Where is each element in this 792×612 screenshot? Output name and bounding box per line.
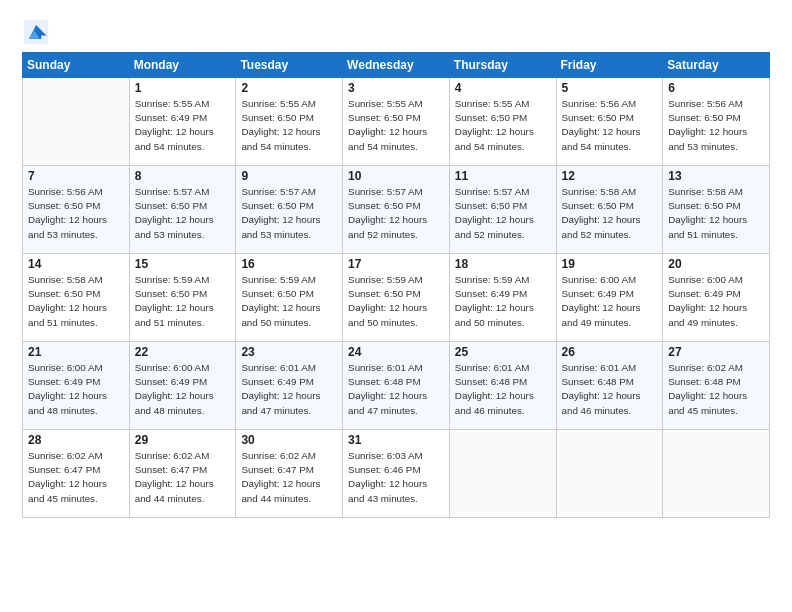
calendar-header-row: SundayMondayTuesdayWednesdayThursdayFrid… xyxy=(23,53,770,78)
day-number: 31 xyxy=(348,433,444,447)
day-number: 19 xyxy=(562,257,658,271)
day-info: Sunrise: 6:00 AMSunset: 6:49 PMDaylight:… xyxy=(562,273,658,330)
calendar-week-row: 7Sunrise: 5:56 AMSunset: 6:50 PMDaylight… xyxy=(23,166,770,254)
day-number: 28 xyxy=(28,433,124,447)
day-info: Sunrise: 6:00 AMSunset: 6:49 PMDaylight:… xyxy=(668,273,764,330)
calendar-cell: 24Sunrise: 6:01 AMSunset: 6:48 PMDayligh… xyxy=(343,342,450,430)
day-info: Sunrise: 5:59 AMSunset: 6:50 PMDaylight:… xyxy=(135,273,231,330)
day-number: 10 xyxy=(348,169,444,183)
day-info: Sunrise: 5:57 AMSunset: 6:50 PMDaylight:… xyxy=(348,185,444,242)
calendar-cell: 23Sunrise: 6:01 AMSunset: 6:49 PMDayligh… xyxy=(236,342,343,430)
calendar-week-row: 28Sunrise: 6:02 AMSunset: 6:47 PMDayligh… xyxy=(23,430,770,518)
page: SundayMondayTuesdayWednesdayThursdayFrid… xyxy=(0,0,792,612)
day-number: 27 xyxy=(668,345,764,359)
day-info: Sunrise: 6:03 AMSunset: 6:46 PMDaylight:… xyxy=(348,449,444,506)
day-number: 6 xyxy=(668,81,764,95)
day-number: 23 xyxy=(241,345,337,359)
calendar-cell: 1Sunrise: 5:55 AMSunset: 6:49 PMDaylight… xyxy=(129,78,236,166)
day-info: Sunrise: 5:57 AMSunset: 6:50 PMDaylight:… xyxy=(241,185,337,242)
day-number: 1 xyxy=(135,81,231,95)
calendar-cell: 15Sunrise: 5:59 AMSunset: 6:50 PMDayligh… xyxy=(129,254,236,342)
day-info: Sunrise: 5:59 AMSunset: 6:50 PMDaylight:… xyxy=(348,273,444,330)
day-number: 7 xyxy=(28,169,124,183)
weekday-header: Tuesday xyxy=(236,53,343,78)
calendar-cell: 29Sunrise: 6:02 AMSunset: 6:47 PMDayligh… xyxy=(129,430,236,518)
calendar-week-row: 1Sunrise: 5:55 AMSunset: 6:49 PMDaylight… xyxy=(23,78,770,166)
day-info: Sunrise: 5:55 AMSunset: 6:50 PMDaylight:… xyxy=(348,97,444,154)
day-number: 17 xyxy=(348,257,444,271)
calendar-cell: 20Sunrise: 6:00 AMSunset: 6:49 PMDayligh… xyxy=(663,254,770,342)
calendar-week-row: 14Sunrise: 5:58 AMSunset: 6:50 PMDayligh… xyxy=(23,254,770,342)
weekday-header: Thursday xyxy=(449,53,556,78)
calendar-cell: 17Sunrise: 5:59 AMSunset: 6:50 PMDayligh… xyxy=(343,254,450,342)
day-number: 8 xyxy=(135,169,231,183)
calendar-cell: 22Sunrise: 6:00 AMSunset: 6:49 PMDayligh… xyxy=(129,342,236,430)
weekday-header: Sunday xyxy=(23,53,130,78)
day-number: 20 xyxy=(668,257,764,271)
calendar-cell: 12Sunrise: 5:58 AMSunset: 6:50 PMDayligh… xyxy=(556,166,663,254)
day-info: Sunrise: 5:55 AMSunset: 6:49 PMDaylight:… xyxy=(135,97,231,154)
day-info: Sunrise: 6:02 AMSunset: 6:47 PMDaylight:… xyxy=(28,449,124,506)
day-info: Sunrise: 6:02 AMSunset: 6:48 PMDaylight:… xyxy=(668,361,764,418)
calendar-week-row: 21Sunrise: 6:00 AMSunset: 6:49 PMDayligh… xyxy=(23,342,770,430)
calendar-body: 1Sunrise: 5:55 AMSunset: 6:49 PMDaylight… xyxy=(23,78,770,518)
calendar-cell xyxy=(556,430,663,518)
calendar-cell: 11Sunrise: 5:57 AMSunset: 6:50 PMDayligh… xyxy=(449,166,556,254)
calendar-cell: 7Sunrise: 5:56 AMSunset: 6:50 PMDaylight… xyxy=(23,166,130,254)
day-info: Sunrise: 5:55 AMSunset: 6:50 PMDaylight:… xyxy=(241,97,337,154)
calendar-cell: 14Sunrise: 5:58 AMSunset: 6:50 PMDayligh… xyxy=(23,254,130,342)
day-number: 2 xyxy=(241,81,337,95)
day-number: 14 xyxy=(28,257,124,271)
calendar-cell: 21Sunrise: 6:00 AMSunset: 6:49 PMDayligh… xyxy=(23,342,130,430)
day-number: 15 xyxy=(135,257,231,271)
calendar-cell: 13Sunrise: 5:58 AMSunset: 6:50 PMDayligh… xyxy=(663,166,770,254)
day-info: Sunrise: 6:01 AMSunset: 6:49 PMDaylight:… xyxy=(241,361,337,418)
day-info: Sunrise: 5:56 AMSunset: 6:50 PMDaylight:… xyxy=(28,185,124,242)
day-number: 4 xyxy=(455,81,551,95)
day-number: 16 xyxy=(241,257,337,271)
day-number: 22 xyxy=(135,345,231,359)
day-info: Sunrise: 6:01 AMSunset: 6:48 PMDaylight:… xyxy=(455,361,551,418)
calendar-cell: 27Sunrise: 6:02 AMSunset: 6:48 PMDayligh… xyxy=(663,342,770,430)
calendar-table: SundayMondayTuesdayWednesdayThursdayFrid… xyxy=(22,52,770,518)
day-info: Sunrise: 5:57 AMSunset: 6:50 PMDaylight:… xyxy=(455,185,551,242)
calendar-cell: 25Sunrise: 6:01 AMSunset: 6:48 PMDayligh… xyxy=(449,342,556,430)
weekday-header: Saturday xyxy=(663,53,770,78)
calendar-cell: 6Sunrise: 5:56 AMSunset: 6:50 PMDaylight… xyxy=(663,78,770,166)
day-info: Sunrise: 5:57 AMSunset: 6:50 PMDaylight:… xyxy=(135,185,231,242)
day-info: Sunrise: 5:59 AMSunset: 6:49 PMDaylight:… xyxy=(455,273,551,330)
day-info: Sunrise: 6:02 AMSunset: 6:47 PMDaylight:… xyxy=(241,449,337,506)
weekday-header: Wednesday xyxy=(343,53,450,78)
day-info: Sunrise: 6:01 AMSunset: 6:48 PMDaylight:… xyxy=(562,361,658,418)
calendar-cell xyxy=(663,430,770,518)
calendar-cell: 3Sunrise: 5:55 AMSunset: 6:50 PMDaylight… xyxy=(343,78,450,166)
day-number: 3 xyxy=(348,81,444,95)
weekday-header: Friday xyxy=(556,53,663,78)
day-number: 18 xyxy=(455,257,551,271)
day-number: 5 xyxy=(562,81,658,95)
day-number: 21 xyxy=(28,345,124,359)
calendar-cell xyxy=(23,78,130,166)
day-number: 26 xyxy=(562,345,658,359)
day-number: 12 xyxy=(562,169,658,183)
day-info: Sunrise: 5:56 AMSunset: 6:50 PMDaylight:… xyxy=(668,97,764,154)
day-number: 30 xyxy=(241,433,337,447)
logo xyxy=(22,18,54,46)
calendar-cell: 4Sunrise: 5:55 AMSunset: 6:50 PMDaylight… xyxy=(449,78,556,166)
calendar-cell: 2Sunrise: 5:55 AMSunset: 6:50 PMDaylight… xyxy=(236,78,343,166)
day-info: Sunrise: 5:58 AMSunset: 6:50 PMDaylight:… xyxy=(28,273,124,330)
calendar-cell: 18Sunrise: 5:59 AMSunset: 6:49 PMDayligh… xyxy=(449,254,556,342)
logo-icon xyxy=(22,18,50,46)
calendar-cell: 28Sunrise: 6:02 AMSunset: 6:47 PMDayligh… xyxy=(23,430,130,518)
weekday-header: Monday xyxy=(129,53,236,78)
calendar-cell: 26Sunrise: 6:01 AMSunset: 6:48 PMDayligh… xyxy=(556,342,663,430)
calendar-cell: 31Sunrise: 6:03 AMSunset: 6:46 PMDayligh… xyxy=(343,430,450,518)
calendar-cell: 10Sunrise: 5:57 AMSunset: 6:50 PMDayligh… xyxy=(343,166,450,254)
day-number: 29 xyxy=(135,433,231,447)
day-info: Sunrise: 5:59 AMSunset: 6:50 PMDaylight:… xyxy=(241,273,337,330)
header xyxy=(22,18,770,46)
calendar-cell xyxy=(449,430,556,518)
calendar-cell: 5Sunrise: 5:56 AMSunset: 6:50 PMDaylight… xyxy=(556,78,663,166)
day-number: 9 xyxy=(241,169,337,183)
day-info: Sunrise: 5:58 AMSunset: 6:50 PMDaylight:… xyxy=(668,185,764,242)
